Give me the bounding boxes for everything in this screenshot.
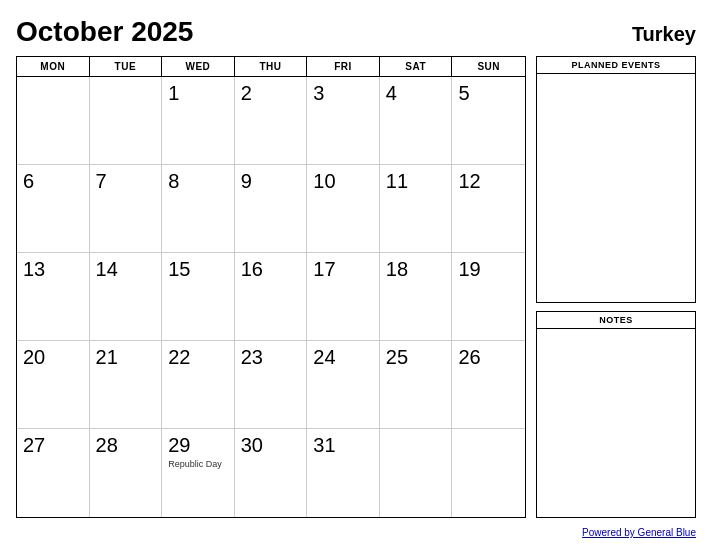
day-header: FRI bbox=[307, 57, 380, 76]
day-cell bbox=[452, 429, 525, 517]
day-number: 16 bbox=[241, 257, 301, 281]
page-title: October 2025 bbox=[16, 16, 193, 48]
day-number: 18 bbox=[386, 257, 446, 281]
day-cell: 6 bbox=[17, 165, 90, 253]
day-cell: 11 bbox=[380, 165, 453, 253]
day-number: 21 bbox=[96, 345, 156, 369]
day-number: 15 bbox=[168, 257, 228, 281]
day-number: 23 bbox=[241, 345, 301, 369]
day-header: THU bbox=[235, 57, 308, 76]
day-number: 1 bbox=[168, 81, 228, 105]
day-cell: 15 bbox=[162, 253, 235, 341]
day-cell: 10 bbox=[307, 165, 380, 253]
planned-events-content bbox=[537, 74, 695, 302]
planned-events-title: PLANNED EVENTS bbox=[537, 57, 695, 74]
day-number: 8 bbox=[168, 169, 228, 193]
notes-title: NOTES bbox=[537, 312, 695, 329]
sidebar: PLANNED EVENTS NOTES bbox=[536, 56, 696, 518]
day-number: 29 bbox=[168, 433, 228, 457]
day-cell: 7 bbox=[90, 165, 163, 253]
day-cell: 20 bbox=[17, 341, 90, 429]
day-number: 20 bbox=[23, 345, 83, 369]
day-cell: 9 bbox=[235, 165, 308, 253]
day-number: 13 bbox=[23, 257, 83, 281]
day-cell: 28 bbox=[90, 429, 163, 517]
country-label: Turkey bbox=[632, 23, 696, 46]
day-number: 4 bbox=[386, 81, 446, 105]
day-header: SAT bbox=[380, 57, 453, 76]
day-cell: 13 bbox=[17, 253, 90, 341]
day-cell: 4 bbox=[380, 77, 453, 165]
day-number: 2 bbox=[241, 81, 301, 105]
day-header: WED bbox=[162, 57, 235, 76]
day-number: 12 bbox=[458, 169, 519, 193]
day-cell: 21 bbox=[90, 341, 163, 429]
day-cell: 23 bbox=[235, 341, 308, 429]
day-number: 27 bbox=[23, 433, 83, 457]
day-cell: 5 bbox=[452, 77, 525, 165]
day-cell bbox=[90, 77, 163, 165]
day-number: 5 bbox=[458, 81, 519, 105]
day-number: 22 bbox=[168, 345, 228, 369]
day-header: TUE bbox=[90, 57, 163, 76]
day-event: Republic Day bbox=[168, 459, 228, 470]
day-cell: 26 bbox=[452, 341, 525, 429]
day-cell: 25 bbox=[380, 341, 453, 429]
main-area: MONTUEWEDTHUFRISATSUN 123456789101112131… bbox=[16, 56, 696, 518]
day-number: 31 bbox=[313, 433, 373, 457]
day-cell: 1 bbox=[162, 77, 235, 165]
day-number: 17 bbox=[313, 257, 373, 281]
planned-events-box: PLANNED EVENTS bbox=[536, 56, 696, 303]
calendar: MONTUEWEDTHUFRISATSUN 123456789101112131… bbox=[16, 56, 526, 518]
day-number: 9 bbox=[241, 169, 301, 193]
day-cell: 27 bbox=[17, 429, 90, 517]
notes-content bbox=[537, 329, 695, 517]
day-cell: 16 bbox=[235, 253, 308, 341]
day-number: 19 bbox=[458, 257, 519, 281]
day-cell: 14 bbox=[90, 253, 163, 341]
day-cell: 8 bbox=[162, 165, 235, 253]
day-number: 11 bbox=[386, 169, 446, 193]
day-cell: 17 bbox=[307, 253, 380, 341]
day-cell: 19 bbox=[452, 253, 525, 341]
day-number: 7 bbox=[96, 169, 156, 193]
calendar-grid: 1234567891011121314151617181920212223242… bbox=[17, 77, 525, 517]
day-number: 28 bbox=[96, 433, 156, 457]
day-cell: 12 bbox=[452, 165, 525, 253]
day-header: MON bbox=[17, 57, 90, 76]
day-cell: 24 bbox=[307, 341, 380, 429]
day-cell: 2 bbox=[235, 77, 308, 165]
day-cell: 22 bbox=[162, 341, 235, 429]
day-cell: 31 bbox=[307, 429, 380, 517]
day-number: 24 bbox=[313, 345, 373, 369]
day-cell bbox=[17, 77, 90, 165]
day-cell: 29Republic Day bbox=[162, 429, 235, 517]
notes-box: NOTES bbox=[536, 311, 696, 518]
day-number: 25 bbox=[386, 345, 446, 369]
day-cell: 3 bbox=[307, 77, 380, 165]
day-header: SUN bbox=[452, 57, 525, 76]
day-number: 10 bbox=[313, 169, 373, 193]
powered-by-link[interactable]: Powered by General Blue bbox=[582, 527, 696, 538]
day-number: 6 bbox=[23, 169, 83, 193]
day-headers-row: MONTUEWEDTHUFRISATSUN bbox=[17, 57, 525, 77]
day-cell: 18 bbox=[380, 253, 453, 341]
header: October 2025 Turkey bbox=[16, 16, 696, 48]
footer: Powered by General Blue bbox=[16, 522, 696, 540]
day-number: 26 bbox=[458, 345, 519, 369]
page: October 2025 Turkey MONTUEWEDTHUFRISATSU… bbox=[0, 0, 712, 550]
day-number: 30 bbox=[241, 433, 301, 457]
day-number: 3 bbox=[313, 81, 373, 105]
day-number: 14 bbox=[96, 257, 156, 281]
day-cell: 30 bbox=[235, 429, 308, 517]
day-cell bbox=[380, 429, 453, 517]
